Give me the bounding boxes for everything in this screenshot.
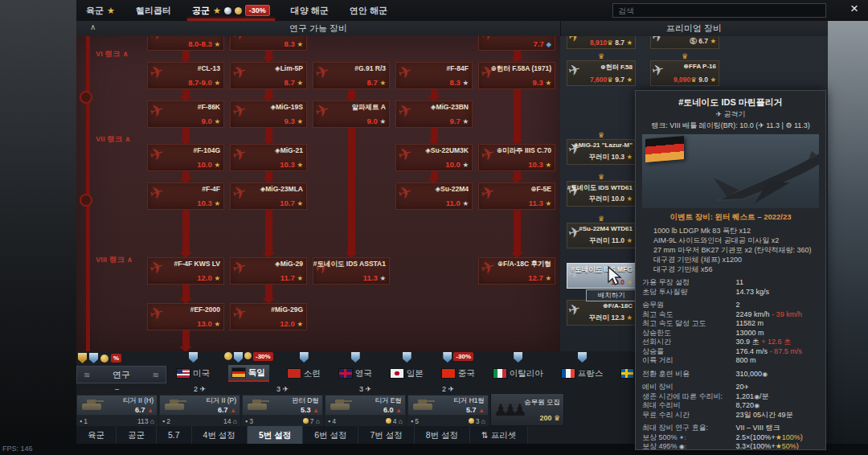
preset-4번 설정[interactable]: 4번 설정	[192, 426, 248, 444]
crew-slot-2[interactable]: 2 ✈티거 II (P)6.7 ▲▪ 214 ⌂	[159, 384, 240, 426]
tree-vehicle-◈Su-22UM3K[interactable]: ✈◈Su-22UM3K10.0 ★	[395, 144, 473, 171]
slot-vehicle[interactable]: 티거 II (P)6.7 ▲	[159, 395, 240, 416]
nation-tab-일본[interactable]: 일본	[387, 352, 428, 384]
slot-vehicle[interactable]: 티거 II (H)6.7 ▲	[76, 395, 158, 416]
nation-tab-소련[interactable]: 소련	[284, 352, 325, 384]
battle-rating: 10.3 ★	[197, 199, 220, 207]
tree-vehicle-◈MiG-23BN[interactable]: ✈◈MiG-23BN9.7 ★	[395, 100, 473, 128]
nation-tab-row[interactable]: 스웨덴	[617, 365, 633, 382]
mode-tab-공군[interactable]: 공군★-30%	[192, 0, 270, 21]
crew-slot-3[interactable]: 3 ✈판터 D형5.3 ▲▪ 37 ⌂	[242, 384, 323, 426]
preset-5번 설정[interactable]: 5번 설정	[248, 426, 303, 444]
tree-vehicle-8.3[interactable]: ✈8.3 ★	[230, 36, 307, 51]
mode-tab-헬리콥터[interactable]: 헬리콥터	[136, 0, 171, 21]
preset-육군[interactable]: 육군	[76, 426, 117, 444]
nation-tab-중국[interactable]: -30%중국	[438, 352, 479, 384]
slot-vehicle[interactable]: 티거 E형6.0 ▲	[325, 395, 406, 416]
tree-vehicle-#EF-2000[interactable]: ✈#EF-200013.0 ★	[147, 303, 224, 330]
tree-vehicle-⊕F/A-18C 후기형[interactable]: ✈⊕F/A-18C 후기형12.7 ★	[478, 257, 555, 285]
tree-connector-arrow	[514, 210, 521, 253]
tree-vehicle-#F-86K[interactable]: ✈#F-86K9.0 ★	[147, 100, 224, 128]
tree-vehicle-#토네이도 IDS ASSTA1[interactable]: ✈#토네이도 IDS ASSTA111.3 ★	[313, 257, 390, 285]
stat-value: 1,201◉/분	[736, 392, 819, 402]
premium-vehicle-⊕FFA P-16[interactable]: ♛✈⊕FFA P-169,090♛ 9.0 ★	[650, 60, 719, 86]
premium-vehicle-#토네이도 IDS MFG[interactable]: ✈#토네이도 IDS MFG10.0 ★	[567, 263, 636, 289]
tree-vehicle-⊕미라주 IIIS C.70[interactable]: ✈⊕미라주 IIIS C.7010.3 ★	[478, 144, 555, 171]
tree-vehicle-#G.91 R/3[interactable]: ✈#G.91 R/38.7 ★	[313, 62, 390, 89]
tree-vehicle-◈MiG-19S[interactable]: ✈◈MiG-19S9.3 ★	[230, 100, 307, 128]
mode-tab-육군[interactable]: 육군★	[86, 0, 115, 21]
slot-footer: ▪ 1113 ⌂	[76, 416, 158, 426]
battle-rating: 8.3 ★	[450, 78, 469, 87]
crew-slot-5[interactable]: 2 ✈티거 H1형5.7 ▲▪ 53 ⌂	[407, 384, 489, 426]
tree-vehicle-#MiG-29G[interactable]: ✈#MiG-29G12.0 ★	[230, 303, 307, 330]
premium-vehicle-pack[interactable]: ✈8,910♛ 8.7 ★	[567, 36, 636, 49]
nation-tab-row[interactable]: 일본	[387, 365, 428, 382]
ge-price: 9,090	[674, 76, 690, 84]
tree-vehicle-◈Lim-5P[interactable]: ✈◈Lim-5P8.7 ★	[230, 62, 307, 89]
tree-vehicle-⊕F-5E[interactable]: ✈⊕F-5E11.3 ★	[478, 182, 555, 210]
stat-row: 가용 무장 설정11	[642, 278, 819, 288]
tree-vehicle-⊕헌터 F.58A (1971)[interactable]: ✈⊕헌터 F.58A (1971)9.3 ★	[478, 62, 555, 89]
recruit-crew-slot[interactable]: ♟♟♟승무원 모집200 ♛	[490, 384, 564, 426]
recruit-slot-body[interactable]: ♟♟♟승무원 모집200 ♛	[490, 393, 564, 426]
premium-vehicle-◈MiG-21 "Lazur-M"[interactable]: ♛✈◈MiG-21 "Lazur-M"꾸러미 10.3 ★	[567, 139, 636, 165]
mode-tab-연안 해군[interactable]: 연안 해군	[350, 0, 387, 21]
nation-tab-row[interactable]: 중국	[438, 365, 479, 382]
nation-tab-row[interactable]: 소련	[284, 365, 325, 382]
premium-vehicle-pack[interactable]: ✈Ⓢ 6.7 ★	[650, 36, 719, 49]
slot-spawn-count: –	[76, 384, 158, 395]
nation-tab-프랑스[interactable]: 프랑스	[558, 352, 608, 384]
preset-6번 설정[interactable]: 6번 설정	[303, 426, 358, 444]
battle-rating: 10.3 ★	[280, 160, 303, 169]
tree-vehicle-알파제트 A[interactable]: ✈알파제트 A9.0 ★	[313, 100, 390, 128]
mode-tab-대양 해군[interactable]: 대양 해군	[291, 0, 329, 21]
search-input[interactable]	[612, 3, 826, 18]
nation-tab-row[interactable]: 독일	[228, 365, 269, 382]
nation-tab-독일[interactable]: -30%독일	[224, 352, 273, 384]
nation-tab-row[interactable]: 미국	[173, 365, 214, 382]
stat-penalty: + 12.6 초	[760, 338, 791, 346]
nation-tab-row[interactable]: 프랑스	[558, 365, 608, 382]
preset-공군[interactable]: 공군	[117, 426, 157, 444]
slot-vehicle[interactable]: 판터 D형5.3 ▲	[242, 395, 323, 416]
tree-vehicle-8.0-8.3[interactable]: ✈8.0-8.3 ★	[147, 36, 224, 51]
tree-vehicle-#F-84F[interactable]: ✈#F-84F8.3 ★	[395, 62, 473, 89]
premium-vehicle-#토네이도 IDS WTD61[interactable]: ♛✈#토네이도 IDS WTD61꾸러미 10.0 ★	[567, 181, 636, 207]
tree-vehicle-◈MiG-21[interactable]: ✈◈MiG-2110.3 ★	[230, 144, 307, 171]
premium-vehicle-⊕F/A-18C[interactable]: ♛✈⊕F/A-18C꾸러미 12.3 ★	[567, 300, 636, 326]
nation-tab-row[interactable]: 영국	[335, 365, 376, 382]
tree-vehicle-#F-4F KWS LV[interactable]: ✈#F-4F KWS LV12.0 ★	[147, 257, 224, 285]
slot-vehicle[interactable]: 티거 H1형5.7 ▲	[407, 395, 489, 416]
tree-connector-arrow	[265, 89, 272, 96]
nation-tab-영국[interactable]: 영국	[335, 352, 376, 384]
battle-rating: 8.7-9.0 ★	[188, 78, 220, 87]
premium-vehicle-#Su-22M4 WTD61[interactable]: ♛✈#Su-22M4 WTD61꾸러미 11.0 ★	[567, 223, 636, 248]
research-currency-icon: ★	[214, 320, 220, 328]
crew-slot-4[interactable]: 3 ✈티거 E형6.0 ▲▪ 44 ⌂	[325, 384, 406, 426]
tree-vehicle-◈MiG-23MLA[interactable]: ✈◈MiG-23MLA10.7 ★	[230, 182, 307, 210]
tree-vehicle-◈Su-22M4[interactable]: ✈◈Su-22M411.0 ★	[395, 182, 473, 210]
close-icon[interactable]: ×	[850, 1, 858, 17]
nation-tab-이탈리아[interactable]: 이탈리아	[489, 352, 547, 384]
nation-tab-row[interactable]: 이탈리아	[489, 365, 547, 382]
tree-vehicle-7.7[interactable]: ✈7.7 ◆	[478, 36, 555, 51]
premium-vehicle-⊕헌터 F.58[interactable]: ♛✈⊕헌터 F.587,600♛ 9.7 ★	[567, 60, 636, 86]
nation-tab-스웨덴[interactable]: 스웨덴	[617, 352, 633, 384]
preset-8번 설정[interactable]: 8번 설정	[415, 426, 470, 444]
preset-⇅ 프리셋[interactable]: ⇅ 프리셋	[470, 426, 528, 444]
tree-vehicle-◈MiG-29[interactable]: ✈◈MiG-2911.7 ★	[230, 257, 307, 285]
research-mode-button[interactable]: ≋ 연구 ≋	[76, 366, 166, 383]
tree-vehicle-#CL-13[interactable]: ✈#CL-138.7-9.0 ★	[147, 62, 224, 89]
tree-vehicle-#F-104G[interactable]: ✈#F-104G10.0 ★	[147, 144, 224, 171]
tree-vehicle-#F-4F[interactable]: ✈#F-4F10.3 ★	[147, 182, 224, 210]
discount-badge: -30%	[453, 352, 473, 361]
slot-crew-level: 4 ⌂	[386, 417, 403, 425]
weapon-line: 대구경 기만체 x56	[653, 264, 819, 274]
crew-slot-1[interactable]: –티거 II (H)6.7 ▲▪ 1113 ⌂	[76, 384, 158, 426]
tree-connector-arrow	[182, 210, 190, 253]
preset-5.7[interactable]: 5.7	[157, 426, 192, 444]
nation-tab-미국[interactable]: 미국	[173, 352, 214, 384]
mouse-cursor	[607, 266, 624, 287]
preset-7번 설정[interactable]: 7번 설정	[358, 426, 414, 444]
